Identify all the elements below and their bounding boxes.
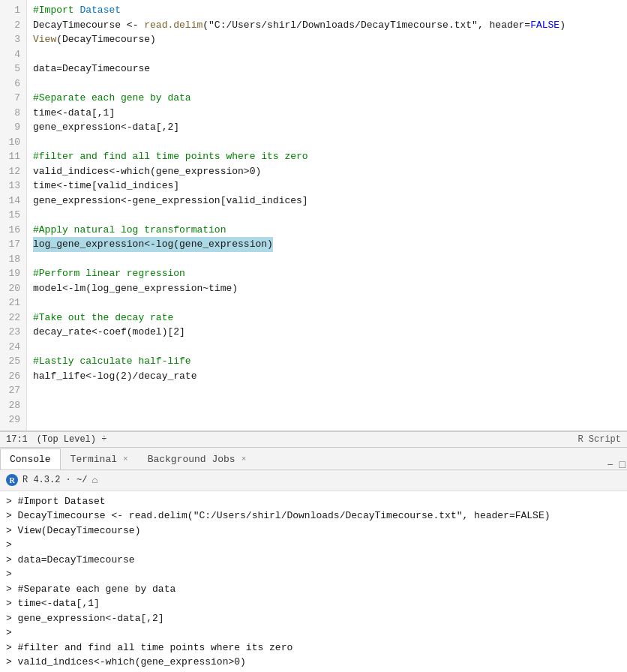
file-type: R Script: [578, 434, 621, 445]
console-line: >: [6, 626, 621, 640]
console-line: > #filter and find all time points where…: [6, 640, 621, 656]
code-line: time<-data[,1]: [33, 106, 621, 121]
code-line: [33, 398, 621, 413]
console-content[interactable]: > #Import Dataset> DecayTimecourse <- re…: [0, 491, 627, 673]
code-line: DecayTimecourse <- read.delim("C:/Users/…: [33, 18, 621, 33]
console-output-line: > valid_indices<-which(gene_expression>0…: [6, 655, 246, 670]
console-output-line: >: [6, 567, 12, 582]
console-line: > View(DecayTimecourse): [6, 524, 621, 538]
console-output-line: > View(DecayTimecourse): [6, 524, 140, 538]
console-output-line: > time<-time[valid_indices]: [6, 670, 164, 673]
code-line: #Take out the decay rate: [33, 310, 621, 326]
console-line: > #Import Dataset: [6, 494, 621, 509]
console-line: > time<-data[,1]: [6, 596, 621, 611]
console-header: R R 4.3.2 · ~/ ⌂: [0, 470, 627, 491]
code-line: [33, 252, 621, 267]
tab-background-jobs[interactable]: Background Jobs×: [138, 448, 256, 470]
code-container: 1234567891011121314151617181920212223242…: [0, 0, 627, 430]
line-number: 19: [6, 266, 20, 281]
console-output-line: > DecayTimecourse <- read.delim("C:/User…: [6, 508, 550, 524]
line-number: 22: [6, 310, 20, 326]
line-number: 14: [6, 194, 20, 208]
line-number: 9: [6, 120, 20, 135]
line-number: 5: [6, 62, 20, 76]
code-line: log_gene_expression<-log(gene_expression…: [33, 237, 621, 252]
console-line: > gene_expression<-data[,2]: [6, 611, 621, 626]
line-number: 7: [6, 91, 20, 106]
r-logo-icon: R: [6, 474, 18, 486]
code-line: [33, 412, 621, 428]
tab-label-terminal: Terminal: [70, 454, 117, 465]
editor-area: 1234567891011121314151617181920212223242…: [0, 0, 627, 431]
console-output-line: > gene_expression<-data[,2]: [6, 611, 164, 626]
code-line: data=DecayTimecourse: [33, 62, 621, 76]
minimize-button[interactable]: −: [605, 459, 614, 470]
line-number: 2: [6, 18, 20, 33]
code-line: #Apply natural log transformation: [33, 223, 621, 238]
line-number: 20: [6, 281, 20, 296]
line-number: 27: [6, 383, 20, 398]
console-line: > #Separate each gene by data: [6, 582, 621, 597]
line-number: 6: [6, 76, 20, 92]
tab-close-terminal[interactable]: ×: [123, 454, 128, 464]
code-line: time<-time[valid_indices]: [33, 178, 621, 194]
code-line: model<-lm(log_gene_expression~time): [33, 281, 621, 296]
console-line: > data=DecayTimecourse: [6, 553, 621, 568]
code-content[interactable]: #Import DatasetDecayTimecourse <- read.d…: [27, 0, 627, 430]
tab-close-background-jobs[interactable]: ×: [242, 454, 247, 464]
line-number: 24: [6, 340, 20, 355]
code-line: [33, 208, 621, 223]
line-number: 23: [6, 325, 20, 340]
line-number: 28: [6, 398, 20, 413]
console-line: >: [6, 538, 621, 553]
line-number: 12: [6, 164, 20, 179]
console-output-line: > #filter and find all time points where…: [6, 640, 292, 656]
console-line: >: [6, 567, 621, 582]
line-number: 4: [6, 47, 20, 62]
line-number: 18: [6, 252, 20, 267]
code-line: half_life<-log(2)/decay_rate: [33, 369, 621, 384]
line-number: 8: [6, 106, 20, 121]
code-line: [33, 340, 621, 355]
panel-bottom: ConsoleTerminal×Background Jobs× − □ R R…: [0, 448, 627, 673]
tab-label-console: Console: [10, 454, 51, 465]
console-output-line: >: [6, 538, 12, 553]
code-line: valid_indices<-which(gene_expression>0): [33, 164, 621, 179]
code-line: gene_expression<-gene_expression[valid_i…: [33, 194, 621, 208]
code-line: gene_expression<-data[,2]: [33, 120, 621, 135]
console-output-line: > #Separate each gene by data: [6, 582, 176, 597]
code-line: decay_rate<-coef(model)[2]: [33, 325, 621, 340]
line-number: 3: [6, 32, 20, 47]
line-number: 21: [6, 296, 20, 310]
console-output-line: > data=DecayTimecourse: [6, 553, 135, 568]
code-line: #Import Dataset: [33, 3, 621, 18]
cursor-position: 17:1: [6, 434, 28, 445]
line-number: 26: [6, 369, 20, 384]
tab-console[interactable]: Console: [0, 448, 61, 470]
code-line: [33, 47, 621, 62]
line-number: 1: [6, 3, 20, 18]
line-number: 15: [6, 208, 20, 223]
status-bar: 17:1 (Top Level) ÷ R Script: [0, 431, 627, 448]
home-icon: ⌂: [92, 475, 98, 486]
line-number: 10: [6, 135, 20, 150]
tab-bar: ConsoleTerminal×Background Jobs× − □: [0, 448, 627, 470]
tab-terminal[interactable]: Terminal×: [61, 448, 138, 470]
r-version-text: R 4.3.2 · ~/: [22, 475, 87, 485]
code-line: [33, 135, 621, 150]
line-number: 13: [6, 178, 20, 194]
code-line: #Separate each gene by data: [33, 91, 621, 106]
code-line: #Perform linear regression: [33, 266, 621, 281]
scope-indicator: (Top Level) ÷: [37, 434, 107, 445]
console-output-line: > time<-data[,1]: [6, 596, 100, 611]
maximize-button[interactable]: □: [618, 459, 627, 470]
console-line: > time<-time[valid_indices]: [6, 670, 621, 673]
line-number: 17: [6, 237, 20, 252]
code-line: [33, 383, 621, 398]
console-output-line: > #Import Dataset: [6, 494, 106, 509]
line-number: 11: [6, 149, 20, 164]
line-number: 29: [6, 412, 20, 428]
line-number: 25: [6, 354, 20, 369]
line-numbers: 1234567891011121314151617181920212223242…: [0, 0, 27, 430]
console-line: > DecayTimecourse <- read.delim("C:/User…: [6, 508, 621, 524]
